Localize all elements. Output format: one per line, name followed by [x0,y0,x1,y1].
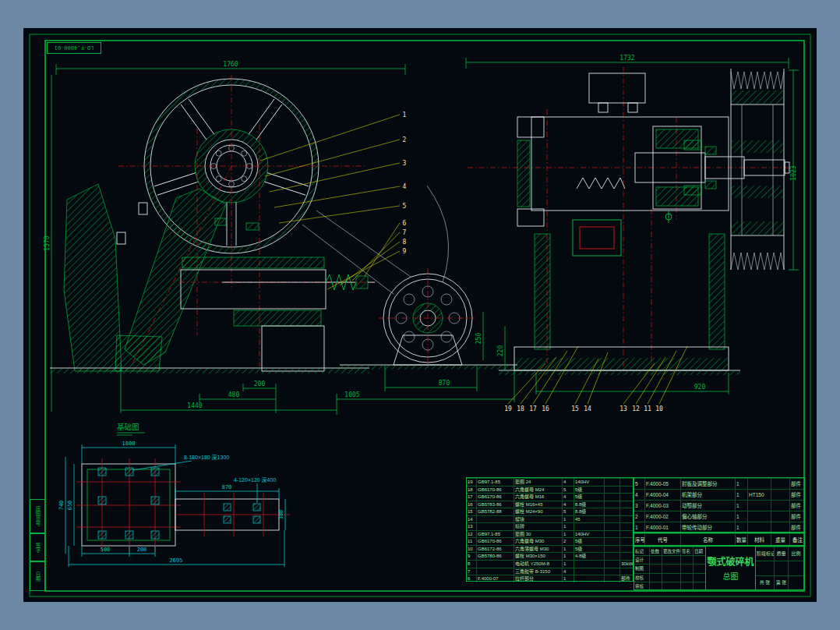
table-cell: 1 [563,530,574,538]
table-cell: 垫圈 30 [514,530,563,538]
table-cell: GB5782-88 [477,508,514,515]
table-cell: 螺栓 M24×90 [514,508,563,515]
table-cell: 12 [467,530,477,538]
table-cell [605,552,620,560]
table-cell: 1 [563,522,574,530]
table-cell: F.4000-02 [645,511,681,522]
table-cell: 5 [563,486,574,494]
table-cell: 4 [634,489,645,500]
table-header-cell: 数量 [736,533,748,545]
table-cell: 三角胶带 B-3150 [514,568,563,575]
table-row: 9GB5780-86螺栓 M30×15014.8级 [467,552,633,560]
table-cell [694,555,706,564]
dim-label: 250 [475,333,482,345]
table-cell [771,489,790,500]
table-cell: 部件 [790,522,806,533]
table-row: 设计 [634,555,705,564]
table-cell [620,530,634,538]
dim-label: 1732 [619,55,634,62]
dim-label: 870 [439,380,450,387]
table-cell [605,575,620,582]
table-cell: F.4000-01 [645,522,681,533]
table-header-cell: 备注 [790,533,806,545]
table-cell: GB97.1-85 [477,478,514,486]
table-cell: 5级 [574,545,605,553]
table-cell [620,552,634,560]
table-cell: GB97.1-85 [477,530,514,538]
table-cell: 15 [467,508,477,515]
dim-label: 200 [137,547,147,553]
table-cell: 签名 [681,547,694,555]
table-cell [574,560,605,568]
table-cell [477,560,514,568]
margin-field-label: 日期 [34,572,41,582]
dim-label: 1760 [223,61,238,68]
table-cell: 10 [467,545,477,553]
table-cell: 六角螺母 M30 [514,537,563,545]
table-cell: 1 [736,511,748,522]
table-cell: 5 [634,478,645,489]
table-cell: 4 [563,478,574,486]
table-cell: 部件 [620,575,634,582]
callout-number: 16 [542,405,549,412]
table-cell [574,575,605,582]
table-cell: GB5780-86 [477,552,514,560]
cad-drawing-page: 1760 1570 [0,0,840,630]
table-cell [605,515,620,523]
table-cell: 标牌 [514,522,563,530]
table-cell: 部件 [790,489,806,500]
table-cell: 1 [563,545,574,553]
dim-label: 1005 [344,391,359,398]
table-cell [574,522,605,530]
table-cell [748,478,771,489]
callout-number: 15 [571,405,579,412]
table-cell: 六角螺母 M16 [514,493,563,501]
callout-number: 3 [403,160,407,167]
table-cell [620,537,634,545]
foundation-title: 基础图 [117,423,139,431]
parts-list-left: 19GB97.1-85垫圈 244140HV18GB6170-86六角螺母 M2… [466,477,634,582]
table-cell: 17 [467,493,477,501]
callout-number: 14 [584,405,591,412]
table-cell: 7 [467,568,477,575]
table-cell [694,564,706,572]
table-cell: 部件 [790,511,806,522]
table-cell [771,511,790,522]
callout-number: 12 [632,405,640,412]
table-cell: 1 [736,522,748,533]
margin-field-label: 底图总号 [34,506,41,526]
table-cell: 5级 [574,493,605,501]
title-block-scale-grid: 阶段标记质量比例共 张第 张 [756,547,804,589]
table-cell: 质量 [775,547,789,561]
table-cell [789,575,804,589]
table-cell: 楔块 [514,515,563,523]
drawing-number-corner-box: LD-F.4000-01 [47,42,101,54]
table-cell: 14 [467,515,477,523]
table-row: 制图 [634,564,705,572]
table-cell: 处数 [650,547,662,555]
table-cell: 机架部分 [681,489,736,500]
table-cell: 共 张 [756,575,775,589]
callout-number: 9 [403,248,407,255]
table-row: 5F.4000-05肘板及调整部分1部件 [634,478,804,489]
table-cell [681,564,694,572]
table-cell: 8.8级 [574,508,605,515]
table-cell: 六角薄螺母 M30 [514,545,563,553]
drawing-title: 颚式破碎机 [707,554,754,568]
table-cell: GB6170-86 [477,537,514,545]
callout-number: 4 [403,183,407,190]
table-cell [756,561,775,575]
table-cell: F.4000-03 [645,500,681,511]
foundation-note: 8-180×180 深1300 [184,454,229,461]
table-cell [771,500,790,511]
table-row: 14楔块145 [467,515,633,523]
table-row: 1F.4000-01带轮传动部分1部件 [634,522,804,533]
table-cell [605,545,620,553]
table-cell: 螺栓 M30×150 [514,552,563,560]
table-row: 7三角胶带 B-31504 [467,568,633,575]
table-cell: 4 [563,501,574,508]
table-row: 共 张第 张 [756,575,804,589]
table-cell [574,568,605,575]
callout-number: 19 [504,405,512,412]
table-cell: 肘板及调整部分 [681,478,736,489]
